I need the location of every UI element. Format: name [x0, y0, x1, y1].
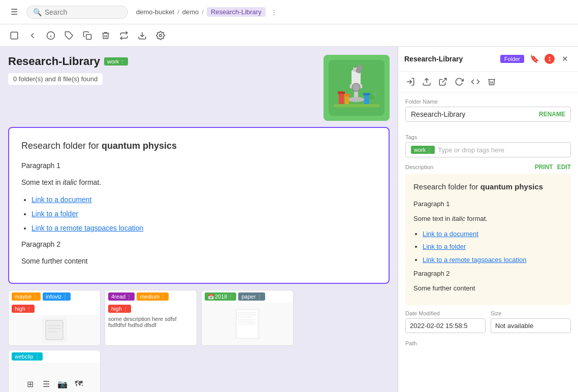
file-grid: maybe infoviz high	[8, 290, 390, 392]
svg-rect-22	[334, 104, 379, 107]
tag-medium[interactable]: medium	[137, 292, 169, 301]
folder-name-label: Folder Name	[405, 99, 571, 105]
svg-rect-18	[345, 95, 349, 104]
file-card[interactable]: webclip ⊞ ☰ 📷 🗺	[8, 350, 101, 392]
folder-name-group: Folder Name Research-Library RENAME	[398, 92, 578, 128]
tags-button[interactable]	[61, 27, 77, 44]
link-document[interactable]: Link to a document	[31, 195, 91, 204]
back-icon	[28, 31, 37, 40]
folder-image	[324, 55, 390, 121]
settings-icon	[156, 31, 165, 40]
save-button[interactable]	[134, 27, 150, 44]
date-modified-label: Date Modified	[405, 310, 486, 316]
copy-button[interactable]	[79, 27, 95, 44]
right-link-remote[interactable]: Link to a remote tagspaces location	[423, 256, 527, 264]
top-bar: ☰ 🔍 demo-bucket / demo / Research-Librar…	[0, 0, 578, 24]
folder-info: Research-Library work 0 folder(s) and 8 …	[8, 55, 315, 85]
info-button[interactable]	[43, 27, 59, 44]
svg-rect-19	[344, 94, 350, 96]
tags-icon	[65, 31, 74, 40]
right-panel: Research-Library Folder 🔖 1 ✕	[398, 47, 578, 392]
delete-button[interactable]	[98, 27, 114, 44]
desc-italic-line: Some text in italic format.	[21, 177, 376, 189]
folder-header: Research-Library work 0 folder(s) and 8 …	[8, 55, 390, 121]
rename-button[interactable]: RENAME	[539, 111, 565, 118]
svg-rect-20	[364, 94, 369, 104]
tag-4read[interactable]: 4read	[108, 292, 135, 301]
tag-2018[interactable]: 📅2018	[205, 292, 236, 301]
breadcrumb-demo[interactable]: demo	[182, 8, 199, 16]
right-desc-p2: Paragraph 2	[413, 268, 563, 279]
tag-high[interactable]: high	[12, 305, 35, 313]
link-folder[interactable]: Link to a folder	[31, 210, 78, 218]
camera-btn[interactable]: 📷	[56, 378, 69, 390]
size-value: Not available	[491, 318, 571, 333]
bookmark-button[interactable]: 🔖	[527, 52, 541, 66]
file-count: 0 folder(s) and 8 file(s) found	[8, 73, 103, 85]
open-btn[interactable]	[420, 75, 434, 89]
search-box: 🔍	[26, 6, 128, 19]
breadcrumb-menu-icon[interactable]: ⋮	[271, 8, 277, 16]
menu-button[interactable]: ☰	[6, 4, 22, 20]
desc-heading: Research folder for quantum physics	[21, 138, 376, 154]
right-link-document[interactable]: Link to a document	[423, 230, 478, 238]
close-button[interactable]: ✕	[558, 52, 572, 66]
right-desc-italic: Some text in italic format.	[413, 213, 563, 224]
breadcrumb: demo-bucket / demo / Research-Library ⋮	[136, 7, 277, 17]
file-card-desc: some description here sdfsf fsdfdfsf fsd…	[105, 315, 197, 329]
main-content: Research-Library work 0 folder(s) and 8 …	[0, 47, 578, 392]
breadcrumb-sep-1: /	[177, 8, 179, 16]
tags-placeholder: Type or drop tags here	[438, 146, 504, 154]
breadcrumb-current[interactable]: Research-Library	[207, 7, 266, 17]
meta-row: Date Modified 2022-02-02 15:58:5 Size No…	[398, 305, 578, 338]
tag-webclip[interactable]: webclip	[12, 352, 43, 361]
tag-high-2[interactable]: high	[108, 305, 131, 313]
folder-name-field: Research-Library RENAME	[405, 107, 571, 122]
map-btn[interactable]: 🗺	[73, 378, 85, 390]
list-view-btn[interactable]: ☰	[40, 378, 52, 390]
link-remote[interactable]: Link to a remote tagspaces location	[31, 224, 143, 232]
enter-folder-btn[interactable]	[403, 75, 418, 89]
search-input[interactable]	[45, 8, 116, 16]
notification-badge: 1	[544, 54, 555, 64]
microscope-illustration	[329, 60, 384, 116]
breadcrumb-bucket[interactable]: demo-bucket	[136, 8, 174, 16]
settings-button[interactable]	[152, 27, 169, 44]
file-thumbnail	[235, 309, 260, 339]
refresh-icon	[455, 77, 464, 86]
grid-view-btn[interactable]: ⊞	[24, 378, 36, 390]
size-field: Size Not available	[491, 310, 571, 333]
select-button[interactable]	[6, 27, 22, 44]
file-card-tags-2: high	[105, 303, 197, 315]
tag-work-badge[interactable]: work	[104, 57, 128, 66]
desc-links: Link to a document Link to a folder Link…	[31, 194, 376, 234]
desc-header: Description PRINT EDIT	[405, 164, 571, 171]
desc-paragraph2: Paragraph 2	[21, 239, 376, 251]
tag-infoviz[interactable]: infoviz	[43, 292, 71, 301]
right-desc-links: Link to a document Link to a folder Link…	[423, 228, 563, 265]
desc-actions: PRINT EDIT	[535, 164, 571, 171]
tags-field[interactable]: work Type or drop tags here	[405, 142, 571, 157]
delete-icon	[101, 31, 110, 40]
refresh-btn[interactable]	[452, 75, 466, 89]
file-card[interactable]: maybe infoviz high	[8, 290, 101, 346]
right-desc-p1: Paragraph 1	[413, 199, 563, 209]
delete-right-btn[interactable]	[485, 75, 499, 89]
external-open-btn[interactable]	[436, 75, 450, 89]
tag-work-right[interactable]: work	[411, 146, 435, 154]
embed-btn[interactable]	[468, 75, 483, 89]
print-button[interactable]: PRINT	[535, 164, 553, 171]
svg-line-40	[442, 78, 446, 82]
toolbar	[0, 24, 578, 47]
right-link-folder[interactable]: Link to a folder	[423, 243, 466, 250]
svg-rect-26	[46, 320, 63, 340]
edit-button[interactable]: EDIT	[557, 164, 571, 171]
file-card[interactable]: 📅2018 paper	[201, 290, 294, 346]
file-card-tags: 📅2018 paper	[202, 290, 293, 303]
back-button[interactable]	[24, 27, 41, 44]
search-icon: 🔍	[33, 8, 42, 16]
move-button[interactable]	[116, 27, 132, 44]
file-card[interactable]: 4read medium high some description here …	[105, 290, 197, 346]
tag-paper[interactable]: paper	[238, 292, 265, 301]
tag-maybe[interactable]: maybe	[12, 292, 41, 301]
